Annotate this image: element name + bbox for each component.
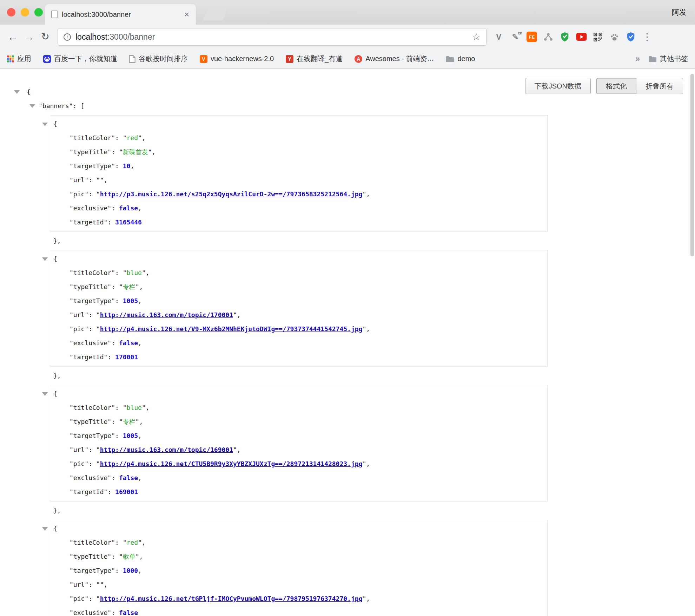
- json-line: "targetType": 1005,: [50, 294, 547, 308]
- collapse-toggle-icon[interactable]: [14, 90, 20, 94]
- minimize-window-button[interactable]: [21, 8, 29, 17]
- bookmark-item[interactable]: Y在线翻译_有道: [286, 54, 343, 64]
- json-line: "titleColor": "blue",: [50, 266, 547, 280]
- json-line: {: [0, 85, 695, 99]
- org-people-icon[interactable]: [542, 31, 554, 43]
- json-line: "url": "",: [50, 578, 547, 592]
- json-line: "pic": "http://p3.music.126.net/s25q2x5Q…: [50, 187, 547, 201]
- other-bookmarks-folder[interactable]: 其他书签: [648, 54, 688, 64]
- translate-pencil-icon[interactable]: ✎en: [509, 31, 521, 43]
- bookmark-item[interactable]: 应用: [7, 54, 31, 64]
- blue-shield-icon[interactable]: [625, 31, 637, 43]
- json-object-block: {"titleColor": "red","typeTitle": "歌单","…: [50, 520, 548, 616]
- json-line: "typeTitle": "歌单",: [50, 550, 547, 564]
- json-link[interactable]: http://music.163.com/m/topic/169001: [100, 446, 233, 453]
- json-line: "url": "http://music.163.com/m/topic/170…: [50, 308, 547, 322]
- url-text: localhost:3000/banner: [75, 32, 155, 42]
- reload-button[interactable]: ↻: [37, 32, 53, 42]
- tab-title: localhost:3000/banner: [62, 11, 180, 19]
- tab-strip: localhost:3000/banner ✕ 阿发: [0, 0, 695, 25]
- baidu-paw-icon: [43, 55, 51, 63]
- bookmark-item[interactable]: Vvue-hackernews-2.0: [200, 55, 274, 63]
- json-line: "typeTitle": "专栏",: [50, 280, 547, 294]
- browser-window: localhost:3000/banner ✕ 阿发 ← → ↻ i local…: [0, 0, 695, 616]
- navigation-toolbar: ← → ↻ i localhost:3000/banner ☆ V✎enFE ⋮: [0, 25, 695, 49]
- bookmark-item[interactable]: 谷歌按时间排序: [129, 54, 188, 64]
- json-line: "targetType": 1000,: [50, 564, 547, 578]
- page-info-icon[interactable]: i: [64, 33, 71, 41]
- json-line: "targetId": 170001: [50, 350, 547, 364]
- close-window-button[interactable]: [7, 8, 15, 17]
- other-bookmarks-label: 其他书签: [660, 54, 688, 64]
- json-line: "pic": "http://p4.music.126.net/tGPljf-I…: [50, 592, 547, 606]
- json-line: "titleColor": "red",: [50, 131, 547, 145]
- bookmark-label: 谷歌按时间排序: [139, 54, 188, 64]
- json-line: },: [0, 234, 695, 248]
- json-tree: {"banners": [{"titleColor": "red","typeT…: [0, 85, 695, 616]
- new-tab-button[interactable]: [203, 8, 227, 20]
- scrollbar-thumb[interactable]: [690, 74, 694, 256]
- bookmark-label: 百度一下，你就知道: [54, 54, 117, 64]
- json-object-block: {"titleColor": "red","typeTitle": "新碟首发"…: [50, 115, 548, 232]
- bookmark-item[interactable]: demo: [446, 55, 475, 63]
- address-bar[interactable]: i localhost:3000/banner ☆: [58, 28, 486, 46]
- tab-close-icon[interactable]: ✕: [184, 11, 190, 19]
- json-line: "typeTitle": "新碟首发",: [50, 145, 547, 159]
- json-line: "targetType": 1005,: [50, 429, 547, 443]
- json-line: "targetId": 169001: [50, 485, 547, 499]
- bookmark-label: vue-hackernews-2.0: [211, 55, 274, 63]
- json-line: "url": "",: [50, 173, 547, 187]
- json-line: "url": "http://music.163.com/m/topic/169…: [50, 443, 547, 457]
- collapse-toggle-icon[interactable]: [42, 257, 48, 261]
- collapse-toggle-icon[interactable]: [42, 123, 48, 126]
- bookmark-item[interactable]: 百度一下，你就知道: [43, 54, 117, 64]
- json-link[interactable]: http://p3.music.126.net/s25q2x5QyqsAzilC…: [100, 190, 363, 198]
- json-line: },: [0, 504, 695, 518]
- json-line: "exclusive": false,: [50, 336, 547, 350]
- tab-favicon-page-icon: [51, 11, 58, 18]
- apps-grid-icon: [7, 55, 14, 63]
- json-line: "titleColor": "red",: [50, 536, 547, 550]
- page-content: 下载JSON数据 格式化 折叠所有 {"banners": [{"titleCo…: [0, 69, 695, 616]
- browser-tab[interactable]: localhost:3000/banner ✕: [45, 4, 196, 25]
- collapse-toggle-icon[interactable]: [42, 392, 48, 396]
- json-link[interactable]: http://p4.music.126.net/tGPljf-IMOCyPvum…: [100, 595, 363, 602]
- qr-code-icon[interactable]: [592, 31, 604, 43]
- json-line: "pic": "http://p4.music.126.net/V9-MXz6b…: [50, 322, 547, 336]
- paw-icon[interactable]: [608, 31, 620, 43]
- forward-button[interactable]: →: [21, 32, 37, 42]
- bookmark-label: 应用: [17, 54, 31, 64]
- json-link[interactable]: http://p4.music.126.net/V9-MXz6b2MNhEKju…: [100, 325, 363, 333]
- v-extension-icon[interactable]: V: [493, 31, 505, 43]
- back-button[interactable]: ←: [5, 32, 21, 42]
- green-shield-icon[interactable]: [559, 31, 571, 43]
- folder-icon: [446, 55, 454, 63]
- collapse-toggle-icon[interactable]: [29, 104, 35, 108]
- url-path: :3000/banner: [107, 32, 155, 41]
- json-link[interactable]: http://music.163.com/m/topic/170001: [100, 311, 233, 319]
- json-line: },: [0, 369, 695, 383]
- zoom-window-button[interactable]: [34, 8, 43, 17]
- json-line: {: [50, 252, 547, 266]
- bookmarks-overflow-chevron-icon[interactable]: »: [635, 54, 640, 64]
- extension-icons: V✎enFE: [493, 31, 637, 43]
- bookmark-item[interactable]: AAwesomes - 前端资…: [355, 54, 434, 64]
- browser-menu-icon[interactable]: ⋮: [639, 31, 655, 42]
- collapse-toggle-icon[interactable]: [42, 527, 48, 531]
- a-circle-icon: A: [355, 55, 362, 63]
- json-line: "targetType": 10,: [50, 159, 547, 173]
- youtube-icon[interactable]: [575, 31, 587, 43]
- profile-user-label: 阿发: [672, 7, 687, 17]
- json-line: "exclusive": false: [50, 606, 547, 616]
- json-line: "titleColor": "blue",: [50, 401, 547, 415]
- bookmark-star-icon[interactable]: ☆: [472, 31, 481, 42]
- v-letter-icon: V: [200, 55, 207, 63]
- bookmarks-right: » 其他书签: [635, 54, 688, 64]
- fe-badge-icon[interactable]: FE: [526, 31, 538, 43]
- json-link[interactable]: http://p4.music.126.net/CTU5B9R9y3XyYBZX…: [100, 460, 363, 467]
- bookmark-label: 在线翻译_有道: [297, 54, 343, 64]
- youdao-y-icon: Y: [286, 55, 293, 63]
- traffic-lights: [7, 8, 43, 17]
- bookmark-label: demo: [457, 55, 475, 63]
- json-line: {: [50, 117, 547, 131]
